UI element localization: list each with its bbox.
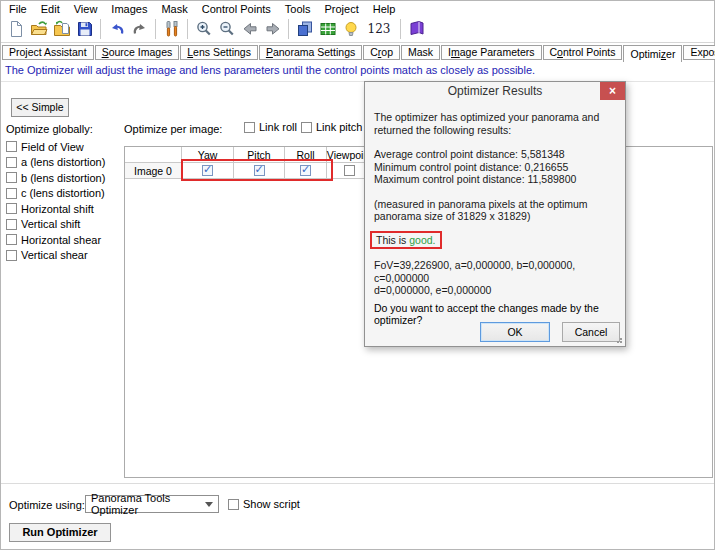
checkbox-label: a (lens distortion) — [21, 156, 105, 168]
checkbox-box-horizontal-shear[interactable] — [6, 234, 17, 245]
panel-separator — [1, 483, 714, 484]
table-icon[interactable] — [316, 17, 339, 41]
checkbox-label: Vertical shear — [21, 249, 88, 261]
arrow-left-icon[interactable] — [238, 17, 261, 41]
tab-image-parameters[interactable]: Image Parameters — [441, 45, 541, 60]
tab-source-images[interactable]: Source Images — [95, 45, 180, 60]
link-pitch-checkbox-box[interactable] — [301, 122, 312, 133]
checkbox-box-field-of-view[interactable] — [6, 141, 17, 152]
dialog-title-bar[interactable]: Optimizer Results — [365, 82, 625, 100]
app-window: FileEditViewImagesMaskControl PointsTool… — [0, 0, 715, 550]
simple-mode-button[interactable]: << Simple — [11, 98, 69, 117]
checkbox-label: b (lens distortion) — [21, 172, 105, 184]
floppy-disk-icon[interactable] — [73, 17, 96, 41]
checkbox-box-a-lens-distortion[interactable] — [6, 157, 17, 168]
checkbox-label: Horizontal shift — [21, 203, 94, 215]
menu-item-tools[interactable]: Tools — [285, 3, 311, 15]
new-page-icon[interactable] — [4, 17, 27, 41]
grid-header-corner — [125, 147, 182, 163]
checkbox-a-lens-distortion[interactable]: a (lens distortion) — [6, 155, 105, 171]
checkbox-vertical-shift[interactable]: Vertical shift — [6, 217, 105, 233]
redo-arrow-icon[interactable] — [128, 17, 151, 41]
roll-checkbox[interactable] — [300, 165, 311, 176]
checkbox-label: Horizontal shear — [21, 234, 101, 246]
menu-item-control-points[interactable]: Control Points — [202, 3, 271, 15]
optimize-per-image-label: Optimize per image: — [124, 123, 222, 135]
checkbox-c-lens-distortion[interactable]: c (lens distortion) — [6, 186, 105, 202]
tab-crop[interactable]: Crop — [363, 45, 400, 60]
params-line-1: FoV=39,226900, a=0,000000, b=0,000000, c… — [374, 259, 616, 284]
menu-item-view[interactable]: View — [74, 3, 98, 15]
yaw-cell — [182, 163, 234, 179]
chevron-down-icon — [205, 502, 213, 507]
zoom-in-icon[interactable] — [192, 17, 215, 41]
tab-mask[interactable]: Mask — [401, 45, 440, 60]
undo-arrow-icon[interactable] — [105, 17, 128, 41]
optimize-using-label: Optimize using: — [9, 499, 85, 511]
toolbar-separator — [187, 19, 188, 39]
yaw-checkbox[interactable] — [202, 165, 213, 176]
show-script-checkbox[interactable]: Show script — [228, 498, 300, 510]
row-header-image-0[interactable]: Image 0 — [125, 163, 182, 179]
book-icon[interactable] — [405, 17, 428, 41]
tab-project-assistant[interactable]: Project Assistant — [2, 45, 94, 60]
checkbox-field-of-view[interactable]: Field of View — [6, 139, 105, 155]
show-script-label: Show script — [243, 498, 300, 510]
link-roll-checkbox[interactable]: Link roll — [244, 121, 297, 133]
menu-bar: FileEditViewImagesMaskControl PointsTool… — [1, 1, 714, 16]
link-pitch-checkbox[interactable]: Link pitch — [301, 121, 362, 133]
folder-page-icon[interactable] — [50, 17, 73, 41]
link-roll-checkbox-box[interactable] — [244, 122, 255, 133]
toolbar-separator — [100, 19, 101, 39]
pitch-checkbox[interactable] — [254, 165, 265, 176]
menu-item-help[interactable]: Help — [373, 3, 396, 15]
toolbar: 123 — [1, 16, 714, 43]
tab-exposure-hdr[interactable]: Exposure / HDR — [683, 45, 715, 60]
optimizer-engine-select[interactable]: Panorama Tools Optimizer — [85, 495, 219, 513]
tools-icon[interactable] — [160, 17, 183, 41]
lightbulb-icon[interactable] — [339, 17, 362, 41]
viewpoint-checkbox[interactable] — [344, 165, 355, 176]
menu-item-images[interactable]: Images — [111, 3, 147, 15]
checkbox-vertical-shear[interactable]: Vertical shear — [6, 248, 105, 264]
checkbox-b-lens-distortion[interactable]: b (lens distortion) — [6, 170, 105, 186]
menu-item-mask[interactable]: Mask — [161, 3, 187, 15]
checkbox-label: Vertical shift — [21, 218, 80, 230]
resize-grip[interactable] — [614, 335, 622, 343]
tab-optimizer[interactable]: Optimizer — [623, 45, 682, 62]
optimizer-engine-value: Panorama Tools Optimizer — [91, 492, 205, 516]
checkbox-horizontal-shear[interactable]: Horizontal shear — [6, 232, 105, 248]
checkbox-horizontal-shift[interactable]: Horizontal shift — [6, 201, 105, 217]
open-folder-icon[interactable] — [27, 17, 50, 41]
cancel-button[interactable]: Cancel — [562, 322, 620, 342]
close-icon[interactable]: × — [600, 82, 625, 100]
tab-lens-settings[interactable]: Lens Settings — [180, 45, 258, 60]
checkbox-box-c-lens-distortion[interactable] — [6, 188, 17, 199]
checkbox-box-vertical-shear[interactable] — [6, 250, 17, 261]
menu-item-project[interactable]: Project — [325, 3, 359, 15]
link-pitch-label: Link pitch — [316, 121, 362, 133]
optimizer-results-dialog: Optimizer Results × The optimizer has op… — [364, 81, 626, 347]
copy-pages-icon[interactable] — [293, 17, 316, 41]
ok-button[interactable]: OK — [480, 322, 550, 342]
tab-control-points[interactable]: Control Points — [543, 45, 623, 60]
verdict-word: good. — [409, 234, 435, 246]
optimize-globally-checkbox-group: Field of Viewa (lens distortion)b (lens … — [6, 139, 105, 263]
tab-panorama-settings[interactable]: Panorama Settings — [259, 45, 362, 60]
checkbox-box-horizontal-shift[interactable] — [6, 203, 17, 214]
toolbar-separator — [288, 19, 289, 39]
stat-maximum: Maximum control point distance: 11,58980… — [374, 173, 616, 186]
measured-note: (measured in panorama pixels at the opti… — [374, 198, 616, 223]
optimize-globally-label: Optimize globally: — [6, 123, 93, 135]
arrow-right-icon[interactable] — [261, 17, 284, 41]
show-script-checkbox-box[interactable] — [228, 499, 239, 510]
zoom-out-icon[interactable] — [215, 17, 238, 41]
stat-minimum: Minimum control point distance: 0,216655 — [374, 161, 616, 174]
menu-item-edit[interactable]: Edit — [41, 3, 60, 15]
roll-cell — [285, 163, 327, 179]
run-optimizer-button[interactable]: Run Optimizer — [9, 523, 111, 542]
checkbox-box-vertical-shift[interactable] — [6, 219, 17, 230]
checkbox-box-b-lens-distortion[interactable] — [6, 172, 17, 183]
numbers-123-icon[interactable]: 123 — [362, 17, 396, 41]
menu-item-file[interactable]: File — [9, 3, 27, 15]
